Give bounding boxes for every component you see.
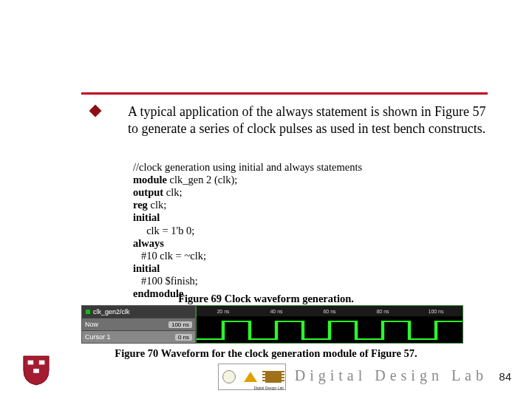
page-number: 84	[499, 370, 511, 383]
signal-name: clk_gen2/clk	[93, 308, 130, 316]
signal-dot-icon	[85, 309, 91, 315]
kw-module: module	[133, 174, 167, 185]
logo-subtitle: Digital Design Lab	[253, 386, 284, 390]
svg-rect-0	[28, 361, 34, 365]
kw-output: output	[133, 186, 163, 198]
clk-waveform	[197, 319, 463, 341]
figure-69-caption: Figure 69 Clock waveform generation.	[0, 293, 532, 305]
tick-100: 100 ns	[409, 309, 463, 314]
diamond-bullet-icon	[89, 105, 102, 117]
waveform-viewer: clk_gen2/clk Now 100 ns Cursor 1 0 ns 20…	[81, 305, 463, 344]
kw-initial-1: initial	[133, 211, 160, 223]
code-init-body: clk = 1'b 0;	[133, 225, 362, 237]
now-value: 100 ns	[168, 321, 192, 328]
tick-20: 20 ns	[197, 309, 250, 314]
figure-70-caption: Figure 70 Waveform for the clock generat…	[0, 347, 532, 360]
waveform-plot: 20 ns 40 ns 60 ns 80 ns 100 ns	[196, 305, 463, 344]
now-label: Now	[85, 321, 98, 328]
tick-40: 40 ns	[250, 309, 303, 314]
waveform-row-cursor: Cursor 1 0 ns	[82, 331, 195, 343]
code-finish-body: #100 $finish;	[133, 275, 362, 287]
waveform-signal-list: clk_gen2/clk Now 100 ns Cursor 1 0 ns	[81, 305, 196, 344]
harvard-shield-icon	[22, 355, 50, 386]
kw-initial-2: initial	[133, 262, 160, 274]
svg-rect-2	[33, 369, 39, 373]
cursor-value: 0 ns	[175, 334, 192, 341]
footer-title: Digital Design Lab	[295, 367, 488, 384]
logo-triangle-icon	[244, 372, 257, 382]
logo-circle-icon	[222, 370, 236, 383]
code-comment: //clock generation using initial and alw…	[133, 161, 362, 174]
svg-rect-1	[39, 361, 45, 365]
cursor-label: Cursor 1	[85, 333, 111, 341]
waveform-row-now: Now 100 ns	[82, 318, 195, 331]
header-rule	[81, 92, 488, 95]
kw-always: always	[133, 237, 164, 249]
kw-reg: reg	[133, 199, 148, 211]
bullet-block: A typical application of the always stat…	[107, 103, 488, 137]
tick-60: 60 ns	[303, 309, 356, 314]
logo-chip-icon	[265, 371, 282, 383]
waveform-timescale: 20 ns 40 ns 60 ns 80 ns 100 ns	[197, 306, 463, 316]
bullet-text: A typical application of the always stat…	[128, 104, 485, 136]
tick-80: 80 ns	[356, 309, 409, 314]
code-always-body: #10 clk = ~clk;	[133, 250, 362, 262]
code-listing: //clock generation using initial and alw…	[133, 161, 362, 300]
waveform-row-clk: clk_gen2/clk	[82, 306, 195, 318]
lab-logo-icon: Digital Design Lab	[218, 364, 286, 390]
